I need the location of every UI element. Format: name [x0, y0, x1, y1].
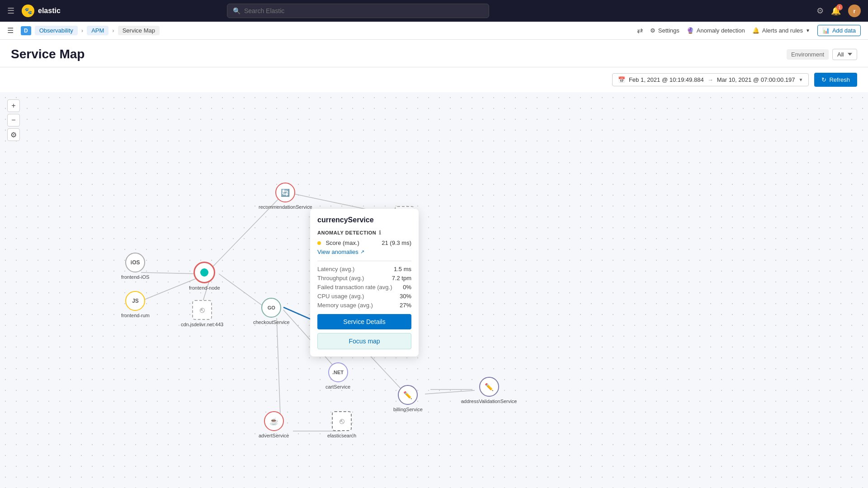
elastic-logo-text: elastic [38, 7, 61, 15]
node-recommendation[interactable]: 🔄 recommendationService [259, 183, 312, 210]
breadcrumb-service-map: Service Map [118, 26, 160, 35]
service-details-button[interactable]: Service Details [317, 314, 411, 329]
search-icon: 🔍 [233, 7, 241, 14]
service-map-connections [0, 92, 868, 488]
date-to: Mar 10, 2021 @ 07:00:00.197 [717, 76, 795, 83]
node-label-cdn: cdn.jsdelivr.net:443 [181, 322, 223, 327]
node-label-recommendation: recommendationService [259, 204, 312, 210]
calendar-icon: 📅 [618, 76, 625, 83]
service-popup-card: currencyService ANOMALY DETECTION ℹ Scor… [310, 209, 419, 357]
metric-throughput: Throughput (avg.) 7.2 tpm [317, 275, 411, 282]
main-content: Service Map Environment All 📅 Feb 1, 202… [0, 40, 868, 488]
alerts-and-rules-button[interactable]: 🔔 Alerts and rules ▼ [752, 27, 810, 34]
anomaly-icon: 🔮 [687, 27, 694, 34]
elastic-logo-icon: 🐾 [22, 5, 34, 17]
notifications-icon[interactable]: 🔔 1 [831, 6, 841, 16]
anomaly-detection-title: ANOMALY DETECTION ℹ [317, 230, 411, 236]
view-anomalies-link[interactable]: View anomalies ↗ [317, 249, 411, 255]
score-dot [317, 241, 321, 245]
nav-right-icons: ⚙ 🔔 1 r [816, 5, 861, 17]
node-label-billing: billingService [393, 407, 423, 412]
node-advert[interactable]: ☕ advertService [259, 411, 289, 438]
node-cdn[interactable]: ⎋ cdn.jsdelivr.net:443 [181, 300, 223, 327]
cdn-circle: ⎋ [192, 300, 212, 320]
node-label-cart: cartService [326, 384, 350, 389]
search-input[interactable] [244, 7, 483, 14]
node-frontend-rum[interactable]: JS frontend-rum [121, 291, 150, 318]
focus-map-button[interactable]: Focus map [317, 333, 411, 349]
breadcrumb-actions: ⇄ ⚙ Settings 🔮 Anomaly detection 🔔 Alert… [637, 25, 861, 36]
score-row: Score (max.) 21 (9.3 ms) [317, 239, 411, 247]
zoom-out-button[interactable]: − [7, 114, 20, 127]
score-value: 21 (9.3 ms) [382, 239, 411, 246]
svg-line-9 [277, 318, 280, 416]
node-frontend-ios[interactable]: iOS frontend-iOS [121, 253, 149, 280]
node-address-validation[interactable]: ✏️ addressValidationService [461, 377, 517, 404]
metric-latency: Latency (avg.) 1.5 ms [317, 266, 411, 272]
alerts-chevron-icon: ▼ [806, 28, 810, 33]
node-label-elasticsearch: elasticsearch [327, 433, 356, 438]
elastic-logo: 🐾 elastic [22, 5, 61, 17]
address-circle: ✏️ [479, 377, 499, 397]
breadcrumb-bar: ☰ D Observability › APM › Service Map ⇄ … [0, 22, 868, 40]
anomaly-detection-button[interactable]: 🔮 Anomaly detection [687, 27, 745, 34]
date-range-picker[interactable]: 📅 Feb 1, 2021 @ 10:19:49.884 → Mar 10, 2… [612, 73, 809, 86]
breadcrumb-apm[interactable]: APM [87, 26, 108, 35]
page-header: Service Map Environment All [0, 40, 868, 67]
settings-button[interactable]: ⚙ Settings [650, 27, 679, 34]
page-title: Service Map [11, 47, 85, 61]
recommendation-circle: 🔄 [275, 183, 295, 202]
alerts-icon: 🔔 [752, 27, 760, 34]
settings-gear-icon[interactable]: ⚙ [816, 6, 824, 16]
date-picker-chevron: ▼ [799, 77, 803, 82]
frontend-node-circle [193, 262, 215, 283]
metric-memory: Memory usage (avg.) 27% [317, 302, 411, 309]
ios-circle: iOS [125, 253, 145, 272]
hamburger-menu[interactable]: ☰ [7, 6, 14, 16]
node-frontend-node[interactable]: frontend-node [189, 262, 220, 291]
node-label-advert: advertService [259, 433, 289, 438]
toolbar: 📅 Feb 1, 2021 @ 10:19:49.884 → Mar 10, 2… [0, 67, 868, 92]
add-data-button[interactable]: 📊 Add data [817, 25, 861, 36]
checkout-circle: GO [261, 298, 281, 318]
top-navigation: ☰ 🐾 elastic 🔍 ⚙ 🔔 1 r [0, 0, 868, 22]
breadcrumb-sep-1: › [81, 27, 83, 34]
billing-circle: ✏️ [398, 385, 418, 405]
node-billing[interactable]: ✏️ billingService [393, 385, 423, 412]
comparison-icon[interactable]: ⇄ [637, 26, 643, 35]
date-arrow: → [708, 76, 713, 83]
map-settings-button[interactable]: ⚙ [7, 128, 20, 141]
node-label-checkout: checkoutService [253, 319, 290, 325]
notification-badge: 1 [836, 4, 843, 10]
user-avatar[interactable]: r [848, 5, 861, 17]
environment-filter: Environment All [787, 49, 857, 60]
refresh-icon: ↻ [821, 76, 826, 83]
node-label-frontend-node: frontend-node [189, 285, 220, 291]
environment-select[interactable]: All [832, 49, 857, 60]
metric-failed-tx: Failed transaction rate (avg.) 0% [317, 284, 411, 291]
cart-circle: .NET [328, 362, 348, 382]
elasticsearch-circle: ⎋ [332, 411, 352, 431]
node-elasticsearch[interactable]: ⎋ elasticsearch [327, 411, 356, 438]
popup-service-name: currencyService [317, 216, 411, 224]
node-checkout[interactable]: GO checkoutService [253, 298, 290, 325]
settings-icon: ⚙ [650, 27, 656, 34]
breadcrumb-sep-2: › [112, 27, 114, 34]
service-map-area: + − ⚙ [0, 92, 868, 488]
score-label: Score (max.) [326, 239, 359, 246]
breadcrumb-observability[interactable]: Observability [35, 26, 78, 35]
node-label-frontend-ios: frontend-iOS [121, 274, 149, 280]
environment-label: Environment [787, 49, 829, 60]
zoom-in-button[interactable]: + [7, 99, 20, 112]
external-link-icon: ↗ [360, 249, 364, 255]
metric-cpu: CPU usage (avg.) 30% [317, 293, 411, 300]
date-from: Feb 1, 2021 @ 10:19:49.884 [629, 76, 704, 83]
refresh-button[interactable]: ↻ Refresh [814, 73, 857, 87]
advert-circle: ☕ [264, 411, 284, 431]
map-controls: + − ⚙ [7, 99, 20, 141]
anomaly-info-icon: ℹ [379, 230, 382, 236]
sidebar-toggle-icon[interactable]: ☰ [7, 26, 14, 35]
js-circle: JS [125, 291, 145, 311]
node-cart[interactable]: .NET cartService [326, 362, 350, 389]
breadcrumb-user-icon[interactable]: D [21, 26, 31, 35]
